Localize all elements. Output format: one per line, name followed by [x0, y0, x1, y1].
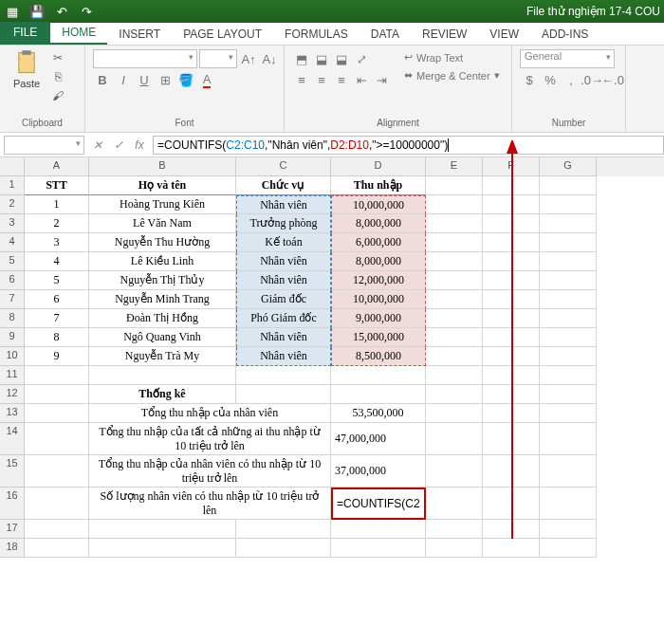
- cell[interactable]: [483, 214, 540, 233]
- paste-button[interactable]: Paste: [8, 49, 46, 89]
- cell-name[interactable]: Lê Kiều Linh: [89, 252, 236, 271]
- cell-role[interactable]: Nhân viên: [236, 252, 331, 271]
- col-header-d[interactable]: D: [331, 157, 426, 176]
- cell[interactable]: [483, 290, 540, 309]
- stats-label[interactable]: Tổng thu nhập của nhân viên: [89, 404, 331, 423]
- cell-name[interactable]: Nguyễn Minh Trang: [89, 290, 236, 309]
- cell[interactable]: [331, 366, 426, 385]
- cell[interactable]: [331, 539, 426, 558]
- col-header-e[interactable]: E: [426, 157, 483, 176]
- cell[interactable]: [236, 385, 331, 404]
- row-header[interactable]: 14: [0, 423, 25, 455]
- col-header-c[interactable]: C: [236, 157, 331, 176]
- enter-formula-icon[interactable]: ✓: [109, 136, 128, 155]
- cell[interactable]: [483, 455, 540, 488]
- row-header[interactable]: 15: [0, 455, 25, 488]
- row-header[interactable]: 5: [0, 252, 25, 271]
- header-stt[interactable]: STT: [25, 176, 89, 195]
- cell[interactable]: [540, 233, 597, 252]
- tab-file[interactable]: FILE: [0, 22, 50, 45]
- cell[interactable]: [25, 366, 89, 385]
- stats-label[interactable]: Số lượng nhân viên có thu nhập từ 10 tri…: [89, 488, 331, 520]
- cell[interactable]: [426, 366, 483, 385]
- cell-stt[interactable]: 4: [25, 252, 89, 271]
- cell[interactable]: [483, 195, 540, 214]
- fill-color-button[interactable]: 🪣: [176, 70, 195, 89]
- cell[interactable]: [89, 520, 236, 539]
- border-button[interactable]: ⊞: [156, 70, 175, 89]
- stats-label[interactable]: Tổng thu nhập của nhân viên có thu nhập …: [89, 455, 331, 488]
- wrap-text-button[interactable]: ↩ Wrap Text: [400, 49, 504, 65]
- tab-review[interactable]: REVIEW: [411, 24, 478, 45]
- number-format-combo[interactable]: General: [520, 49, 615, 68]
- align-center-icon[interactable]: ≡: [312, 70, 331, 89]
- stats-val[interactable]: 37,000,000: [331, 455, 426, 488]
- cell[interactable]: [483, 423, 540, 455]
- cell[interactable]: [483, 404, 540, 423]
- row-header[interactable]: 10: [0, 347, 25, 366]
- header-role[interactable]: Chức vụ: [236, 176, 331, 195]
- cell-income[interactable]: 12,000,000: [331, 271, 426, 290]
- row-header[interactable]: 11: [0, 366, 25, 385]
- cell[interactable]: [483, 309, 540, 328]
- cell-name[interactable]: Đoàn Thị Hồng: [89, 309, 236, 328]
- header-name[interactable]: Họ và tên: [89, 176, 236, 195]
- cell[interactable]: [236, 520, 331, 539]
- decrease-decimal-icon[interactable]: ←.0: [603, 70, 622, 89]
- header-income[interactable]: Thu nhập: [331, 176, 426, 195]
- cell-name[interactable]: Nguyễn Thị Thủy: [89, 271, 236, 290]
- cell-income[interactable]: 10,000,000: [331, 195, 426, 214]
- row-header[interactable]: 4: [0, 233, 25, 252]
- cell-stt[interactable]: 3: [25, 233, 89, 252]
- cell-income[interactable]: 10,000,000: [331, 290, 426, 309]
- copy-icon[interactable]: ⎘: [49, 68, 66, 85]
- formula-input[interactable]: =COUNTIFS(C2:C10,"Nhân viên",D2:D10,">=1…: [153, 136, 664, 155]
- cell[interactable]: [236, 539, 331, 558]
- underline-button[interactable]: U: [135, 70, 154, 89]
- align-middle-icon[interactable]: ⬓: [312, 49, 331, 68]
- cell-role[interactable]: Trưởng phòng: [236, 214, 331, 233]
- cell-role[interactable]: Nhân viên: [236, 347, 331, 366]
- cell-stt[interactable]: 1: [25, 195, 89, 214]
- cell-income[interactable]: 8,000,000: [331, 214, 426, 233]
- cell-name[interactable]: Lê Văn Nam: [89, 214, 236, 233]
- col-header-g[interactable]: G: [540, 157, 597, 176]
- row-header[interactable]: 2: [0, 195, 25, 214]
- cell[interactable]: [426, 271, 483, 290]
- cell[interactable]: [483, 539, 540, 558]
- grid[interactable]: A B C D E F G 1STTHọ và tênChức vụThu nh…: [0, 157, 664, 558]
- name-box[interactable]: [4, 136, 84, 155]
- cell[interactable]: [540, 385, 597, 404]
- cell[interactable]: [483, 252, 540, 271]
- col-header-b[interactable]: B: [89, 157, 236, 176]
- cell[interactable]: [25, 520, 89, 539]
- cell[interactable]: [540, 214, 597, 233]
- cell[interactable]: [540, 539, 597, 558]
- cell[interactable]: [426, 195, 483, 214]
- cell-role[interactable]: Kế toán: [236, 233, 331, 252]
- cell-stt[interactable]: 5: [25, 271, 89, 290]
- row-header[interactable]: 7: [0, 290, 25, 309]
- italic-button[interactable]: I: [114, 70, 133, 89]
- cell[interactable]: [89, 539, 236, 558]
- cell[interactable]: [89, 366, 236, 385]
- cell[interactable]: [483, 385, 540, 404]
- row-header[interactable]: 16: [0, 488, 25, 520]
- cell-role[interactable]: Giám đốc: [236, 290, 331, 309]
- cell[interactable]: [483, 328, 540, 347]
- cell[interactable]: [540, 195, 597, 214]
- cell[interactable]: [540, 488, 597, 520]
- row-header[interactable]: 8: [0, 309, 25, 328]
- cell[interactable]: [236, 366, 331, 385]
- cell[interactable]: [426, 423, 483, 455]
- cell[interactable]: [25, 423, 89, 455]
- cell[interactable]: [426, 328, 483, 347]
- cell[interactable]: [540, 252, 597, 271]
- cell[interactable]: [540, 290, 597, 309]
- font-family-combo[interactable]: [93, 49, 197, 68]
- cell[interactable]: [540, 366, 597, 385]
- redo-icon[interactable]: ↷: [78, 3, 95, 20]
- cell[interactable]: [426, 233, 483, 252]
- cell[interactable]: [426, 455, 483, 488]
- cell[interactable]: [25, 488, 89, 520]
